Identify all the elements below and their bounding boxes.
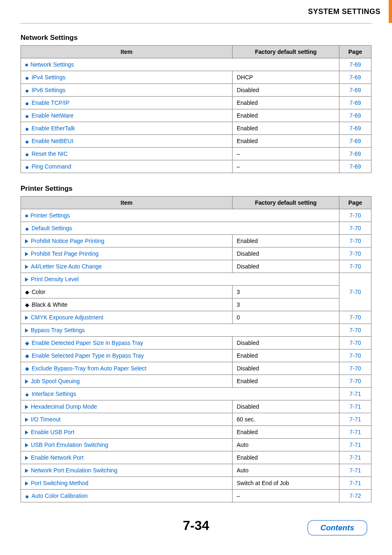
default-cell: DHCP — [233, 71, 339, 84]
col-item: Item — [21, 197, 233, 209]
default-cell: Enabled — [233, 97, 339, 109]
table-row: ◆Black & White3 — [21, 298, 371, 311]
default-cell: Enabled — [233, 349, 339, 362]
item-cell: ◆Color — [21, 286, 233, 298]
item-cell[interactable]: Hexadecimal Dump Mode — [21, 400, 233, 413]
page-link[interactable]: 7-71 — [339, 388, 371, 400]
default-cell: Enabled — [233, 135, 339, 148]
table-row: Enable USB PortEnabled7-71 — [21, 426, 371, 439]
default-cell: 0 — [233, 311, 339, 324]
item-cell[interactable]: Enable Network Port — [21, 451, 233, 464]
table-row: Network Port Emulation SwitchingAuto7-71 — [21, 464, 371, 477]
page-link[interactable]: 7-70 — [339, 222, 371, 235]
item-cell[interactable]: A4/Letter Size Auto Change — [21, 260, 233, 273]
item-cell[interactable]: ●IPv4 Settings — [21, 71, 233, 84]
table-row: USB Port Emulation SwitchingAuto7-71 — [21, 439, 371, 451]
item-cell[interactable]: ●IPv6 Settings — [21, 84, 233, 97]
item-cell[interactable]: Prohibit Test Page Printing — [21, 247, 233, 260]
table-row: I/O Timeout60 sec.7-71 — [21, 413, 371, 426]
page-link[interactable]: 7-69 — [339, 109, 371, 122]
item-cell[interactable]: ■Network Settings — [21, 58, 339, 71]
page-link[interactable]: 7-71 — [339, 451, 371, 464]
page-link[interactable]: 7-69 — [339, 135, 371, 148]
page-link[interactable]: 7-71 — [339, 413, 371, 426]
default-cell: 3 — [233, 286, 339, 298]
table-row: ●Reset the NIC–7-69 — [21, 148, 371, 160]
item-cell[interactable]: Job Spool Queuing — [21, 375, 233, 388]
table-row: ●Enable TCP/IPEnabled7-69 — [21, 97, 371, 109]
item-cell[interactable]: ●Enable NetWare — [21, 109, 233, 122]
default-cell: Enabled — [233, 109, 339, 122]
item-cell[interactable]: Enable USB Port — [21, 426, 233, 439]
item-cell[interactable]: USB Port Emulation Switching — [21, 439, 233, 451]
page-link[interactable]: 7-72 — [339, 490, 371, 502]
page-link[interactable]: 7-70 — [339, 247, 371, 260]
table-row: Prohibit Test Page PrintingDisabled7-70 — [21, 247, 371, 260]
default-cell: Enabled — [233, 375, 339, 388]
item-cell[interactable]: Port Switching Method — [21, 477, 233, 490]
default-cell: Disabled — [233, 337, 339, 349]
item-cell[interactable]: ●Ping Command — [21, 160, 233, 173]
item-cell[interactable]: ●Enable TCP/IP — [21, 97, 233, 109]
section-title-printer: Printer Settings — [21, 185, 371, 193]
page-link[interactable]: 7-69 — [339, 58, 371, 71]
page-header: SYSTEM SETTINGS — [308, 7, 380, 16]
item-cell[interactable]: ●Reset the NIC — [21, 148, 233, 160]
page-link[interactable]: 7-69 — [339, 122, 371, 135]
page-link[interactable]: 7-70 — [339, 324, 371, 337]
table-row: ●Enable NetWareEnabled7-69 — [21, 109, 371, 122]
table-row: ◆Enable Selected Paper Type in Bypass Tr… — [21, 349, 371, 362]
item-cell[interactable]: Prohibit Notice Page Printing — [21, 235, 233, 247]
item-cell[interactable]: CMYK Exposure Adjustment — [21, 311, 233, 324]
page-link[interactable]: 7-71 — [339, 464, 371, 477]
table-row: ●Enable EtherTalkEnabled7-69 — [21, 122, 371, 135]
table-row: Print Density Level7-70 — [21, 273, 371, 286]
page-link[interactable]: 7-70 — [339, 375, 371, 388]
page-link[interactable]: 7-69 — [339, 71, 371, 84]
page-link[interactable]: 7-69 — [339, 160, 371, 173]
page-link[interactable]: 7-71 — [339, 477, 371, 490]
item-cell[interactable]: ■Printer Settings — [21, 209, 339, 222]
item-cell[interactable]: ◆Enable Selected Paper Type in Bypass Tr… — [21, 349, 233, 362]
printer-settings-table: Item Factory default setting Page ■Print… — [21, 196, 371, 502]
page-link[interactable]: 7-70 — [339, 362, 371, 375]
item-cell[interactable]: ◆Enable Detected Paper Size in Bypass Tr… — [21, 337, 233, 349]
item-cell[interactable]: I/O Timeout — [21, 413, 233, 426]
item-cell[interactable]: Print Density Level — [21, 273, 339, 286]
default-cell: – — [233, 160, 339, 173]
item-cell[interactable]: ◆Exclude Bypass-Tray from Auto Paper Sel… — [21, 362, 233, 375]
item-cell[interactable]: ●Default Settings — [21, 222, 339, 235]
default-cell: Disabled — [233, 362, 339, 375]
page-link[interactable]: 7-69 — [339, 84, 371, 97]
col-page: Page — [339, 197, 371, 209]
table-row: ■Network Settings7-69 — [21, 58, 371, 71]
table-row: ●Ping Command–7-69 — [21, 160, 371, 173]
page-link[interactable]: 7-70 — [339, 311, 371, 324]
table-row: Prohibit Notice Page PrintingEnabled7-70 — [21, 235, 371, 247]
default-cell: Disabled — [233, 260, 339, 273]
page-link[interactable]: 7-70 — [339, 273, 371, 311]
item-cell[interactable]: ●Auto Color Calibration — [21, 490, 233, 502]
default-cell: Disabled — [233, 247, 339, 260]
page-link[interactable]: 7-70 — [339, 260, 371, 273]
page-link[interactable]: 7-69 — [339, 97, 371, 109]
item-cell: ◆Black & White — [21, 298, 233, 311]
contents-button[interactable]: Contents — [307, 520, 367, 536]
page-link[interactable]: 7-70 — [339, 235, 371, 247]
col-page: Page — [339, 46, 371, 58]
item-cell[interactable]: Bypass Tray Settings — [21, 324, 339, 337]
page-link[interactable]: 7-70 — [339, 337, 371, 349]
item-cell[interactable]: ●Enable EtherTalk — [21, 122, 233, 135]
page-link[interactable]: 7-70 — [339, 209, 371, 222]
item-cell[interactable]: Network Port Emulation Switching — [21, 464, 233, 477]
table-row: Hexadecimal Dump ModeDisabled7-71 — [21, 400, 371, 413]
default-cell: Switch at End of Job — [233, 477, 339, 490]
default-cell: Enabled — [233, 451, 339, 464]
page-link[interactable]: 7-71 — [339, 426, 371, 439]
item-cell[interactable]: ●Enable NetBEUI — [21, 135, 233, 148]
page-link[interactable]: 7-71 — [339, 400, 371, 413]
page-link[interactable]: 7-71 — [339, 439, 371, 451]
item-cell[interactable]: ●Interface Settings — [21, 388, 339, 400]
page-link[interactable]: 7-69 — [339, 148, 371, 160]
page-link[interactable]: 7-70 — [339, 349, 371, 362]
